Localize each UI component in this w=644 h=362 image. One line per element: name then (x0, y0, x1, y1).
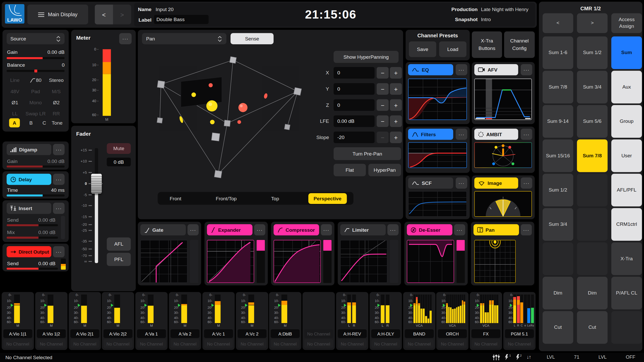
source-toggle-stereo[interactable]: Stereo (46, 75, 66, 85)
source-toggle-80[interactable]: 80 (25, 75, 46, 85)
preset-save-button[interactable]: Save (409, 41, 436, 57)
bridge-channel-name[interactable]: No Channel (304, 329, 333, 338)
fader-knob[interactable] (91, 174, 102, 194)
pan-3d-view[interactable] (145, 46, 310, 186)
updown-arrows-icon[interactable]: ↓↑ (527, 354, 531, 360)
pan-menu-button[interactable]: ··· (521, 224, 532, 235)
source-toggle--2[interactable]: Ø2 (46, 98, 66, 108)
compressor-button[interactable]: Compressor (274, 224, 319, 235)
flat-button[interactable]: Flat (334, 164, 366, 176)
insert-menu-button[interactable]: ··· (53, 203, 65, 214)
bridge-no-channel[interactable]: No Channel (104, 339, 132, 348)
main-display-button[interactable]: Main Display (27, 5, 88, 24)
afv-menu-button[interactable]: ··· (521, 64, 532, 75)
bridge-channel-name[interactable]: A:Vio 2|2 (104, 329, 132, 338)
pan-z-plus-button[interactable]: + (390, 99, 402, 111)
ambit-menu-button[interactable]: ··· (521, 129, 532, 140)
view-tab-top[interactable]: Top (266, 193, 285, 204)
bridge-no-channel[interactable]: No Channel (238, 339, 266, 348)
bridge-channel-name[interactable]: A:Vc 1 (204, 329, 233, 338)
monitor-button-group[interactable]: Group (611, 105, 642, 138)
bridge-channel-name[interactable]: A:DblB (271, 329, 300, 338)
monitor-button-sum-5-6[interactable]: Sum 5/6 (577, 105, 608, 138)
source-toggle-swap-lr[interactable]: Swap LR (25, 109, 46, 119)
pan-slope-minus-button[interactable]: − (377, 132, 389, 143)
bridge-no-channel[interactable]: No Channel (3, 339, 32, 348)
monitor-button-blank-4-1[interactable] (577, 174, 608, 206)
bridge-no-channel[interactable]: No Channel (137, 339, 166, 348)
monitor-button-crm1ctrl[interactable]: CRM1ctrl (611, 208, 642, 241)
source-tone-button[interactable]: Tone (50, 118, 65, 127)
source-toggle-m-s[interactable]: M/S (46, 87, 66, 97)
limiter-button[interactable]: Limiter (340, 224, 386, 235)
gain-slider[interactable] (7, 57, 65, 59)
bridge-channel-name[interactable]: A:H-REV (338, 329, 367, 338)
insert-send-slider[interactable] (7, 224, 58, 226)
event-1-icon[interactable]: 1 (504, 354, 511, 360)
monitor-next-button[interactable]: > (577, 13, 608, 33)
direct-output-menu-button[interactable]: ··· (53, 246, 65, 257)
pfl-button[interactable]: PFL (107, 253, 131, 266)
bridge-no-channel[interactable]: No Channel (505, 339, 534, 348)
eq-button[interactable]: EQ (408, 64, 453, 75)
image-button[interactable]: Image (474, 177, 518, 188)
show-hyperpanning-button[interactable]: Show HyperPanning (334, 51, 399, 63)
source-toggle-mono[interactable]: Mono (25, 98, 46, 108)
monitor-button-blank-6-1[interactable] (577, 243, 608, 275)
bridge-no-channel[interactable]: No Channel (204, 339, 233, 348)
pan-slope-input[interactable]: -20 (334, 132, 375, 143)
bridge-channel-name[interactable]: ORCH (438, 329, 467, 338)
bridge-channel-name[interactable]: A:Va 1 (137, 329, 166, 338)
monitor-button-blank-5-1[interactable] (577, 208, 608, 241)
pan-button[interactable]: Pan (473, 224, 519, 235)
bridge-no-channel[interactable]: No Channel (471, 339, 500, 348)
monitor-prev-button[interactable]: < (543, 13, 573, 33)
monitor-button-sum-1-2[interactable]: Sum 1/2 (543, 174, 573, 206)
monitor-button-cut[interactable]: Cut (543, 311, 573, 344)
bridge-no-channel[interactable]: No Channel (171, 339, 199, 348)
bridge-no-channel[interactable]: No Channel (70, 339, 99, 348)
scf-menu-button[interactable]: ··· (456, 177, 467, 188)
monitor-button-sum-15-16[interactable]: Sum 15/16 (543, 139, 573, 172)
source-toggle--1[interactable]: Ø1 (5, 98, 25, 108)
monitor-button-aux[interactable]: Aux (611, 71, 642, 104)
delay-time-slider[interactable] (7, 194, 65, 196)
filters-button[interactable]: Filters (408, 129, 453, 140)
eq-menu-button[interactable]: ··· (456, 64, 467, 75)
pan-lfe-input[interactable]: 0.00 dB (334, 115, 375, 127)
turn-pre-pan-button[interactable]: Turn Pre-Pan (334, 147, 401, 160)
delay-button[interactable]: Delay (7, 174, 52, 185)
source-toggle-rr[interactable]: RR (46, 109, 66, 119)
pan-x-input[interactable]: 0 (334, 67, 375, 79)
pan-z-minus-button[interactable]: − (377, 99, 389, 111)
insert-button[interactable]: Insert (7, 203, 52, 214)
monitor-button-sum[interactable]: Sum (611, 36, 642, 69)
deesser-menu-button[interactable]: ··· (454, 224, 465, 235)
monitor-button-sum-7-8[interactable]: Sum 7/8 (543, 71, 573, 104)
monitor-button-user[interactable]: User (611, 139, 642, 172)
source-c-button[interactable]: C (39, 118, 50, 127)
source-toggle-48v[interactable]: 48V (5, 87, 25, 97)
monitor-button-afl-pfl[interactable]: AFL/PFL (611, 174, 642, 206)
source-b-button[interactable]: B (26, 118, 37, 127)
bridge-no-channel[interactable]: No Channel (338, 339, 367, 348)
digamp-gain-slider[interactable] (7, 166, 65, 168)
bridge-no-channel[interactable]: No Channel (37, 339, 66, 348)
pan-lfe-minus-button[interactable]: − (377, 115, 389, 127)
expander-menu-button[interactable]: ··· (254, 224, 265, 235)
sense-button[interactable]: Sense (231, 33, 274, 44)
pan-y-input[interactable]: 0 (334, 83, 375, 95)
bridge-no-channel[interactable]: No Channel (371, 339, 400, 348)
preset-load-button[interactable]: Load (439, 41, 467, 57)
filters-menu-button[interactable]: ··· (456, 129, 467, 140)
monitor-button-dim[interactable]: Dim (577, 277, 608, 309)
bridge-channel-name[interactable]: A:H-DLY (371, 329, 400, 338)
digamp-button[interactable]: Digamp (7, 144, 52, 155)
direct-send-slider[interactable] (7, 268, 58, 270)
bridge-no-channel[interactable]: No Channel (438, 339, 467, 348)
image-menu-button[interactable]: ··· (521, 177, 532, 188)
pan-slope-plus-button[interactable]: + (390, 132, 402, 143)
bridge-channel-name[interactable]: A:Vio 1|2 (37, 329, 66, 338)
digamp-menu-button[interactable]: ··· (53, 144, 65, 155)
deesser-button[interactable]: SDe-Esser (407, 224, 452, 235)
